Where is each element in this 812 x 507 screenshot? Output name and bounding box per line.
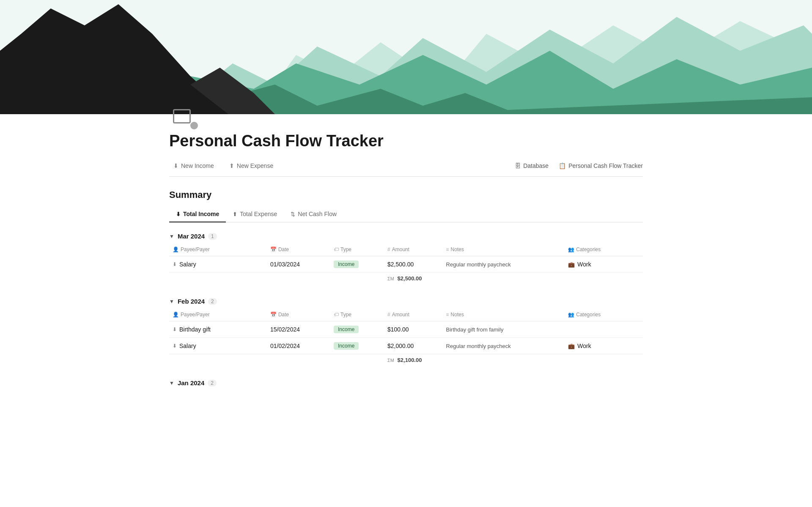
chevron-icon: ▼ [169, 299, 174, 304]
sum-value-cell: ΣM $2,100.00 [384, 354, 443, 366]
th-notes: ≡Notes [443, 244, 565, 256]
page-title: Personal Cash Flow Tracker [169, 132, 643, 150]
month-group: ▼ Jan 2024 2 [169, 379, 643, 386]
table-row[interactable]: ⬇ Salary 01/03/2024 Income $2,500.00 Reg… [169, 256, 643, 273]
calendar-icon: 📅 [270, 312, 277, 318]
chevron-icon: ▼ [169, 233, 174, 239]
categories-icon: 👥 [568, 312, 574, 318]
income-tab-icon: ⬇ [176, 211, 181, 217]
svg-marker-4 [0, 4, 233, 114]
th-categories: 👥Categories [565, 309, 643, 321]
sum-empty-cell [443, 273, 643, 285]
income-table: 👤Payee/Payer 📅Date 🏷Type #Amount ≡Notes [169, 244, 643, 284]
sum-row: ΣM $2,100.00 [169, 354, 643, 366]
briefcase-icon: 💼 [568, 343, 575, 349]
th-amount: #Amount [384, 309, 443, 321]
cashflow-tab-icon: ⇅ [291, 211, 295, 217]
toolbar-right: 🗄 Database 📋 Personal Cash Flow Tracker [515, 162, 643, 169]
upload-icon: ⬆ [229, 162, 234, 169]
notes-text: Regular monthly paycheck [446, 261, 511, 268]
hash-icon: # [387, 247, 390, 252]
notes-cell: Regular monthly paycheck [443, 338, 565, 354]
th-payee: 👤Payee/Payer [169, 244, 267, 256]
amount-cell: $100.00 [384, 321, 443, 338]
month-groups: ▼ Mar 2024 1 👤Payee/Payer 📅Date 🏷Type #A… [169, 233, 643, 386]
tab-total-expense[interactable]: ⬆ Total Expense [226, 207, 284, 222]
tab-net-cash-flow[interactable]: ⇅ Net Cash Flow [284, 207, 343, 222]
briefcase-icon: 💼 [568, 261, 575, 268]
sum-row: ΣM $2,500.00 [169, 273, 643, 285]
notes-cell: Birthday gift from family [443, 321, 565, 338]
payee-cell: ⬇ Birthday gift [169, 321, 267, 338]
calendar-icon: 📅 [270, 247, 277, 252]
chevron-icon: ▼ [169, 380, 174, 386]
tag-icon: 🏷 [334, 247, 339, 252]
month-group: ▼ Feb 2024 2 👤Payee/Payer 📅Date 🏷Type #A… [169, 298, 643, 366]
summary-tabs: ⬇ Total Income ⬆ Total Expense ⇅ Net Cas… [169, 207, 643, 222]
th-categories: 👥Categories [565, 244, 643, 256]
new-income-button[interactable]: ⬇ New Income [169, 160, 218, 171]
download-icon: ⬇ [173, 162, 178, 169]
hero-banner [0, 0, 812, 114]
type-badge: Income [334, 260, 359, 268]
payee-name: Birthday gift [179, 326, 211, 333]
amount-cell: $2,000.00 [384, 338, 443, 354]
type-cell: Income [330, 338, 384, 354]
hash-icon: # [387, 312, 390, 318]
row-count-badge: 2 [208, 298, 217, 305]
sum-label: ΣM [387, 276, 394, 281]
notes-icon: ≡ [446, 312, 449, 318]
date-cell: 15/02/2024 [267, 321, 330, 338]
notes-cell: Regular monthly paycheck [443, 256, 565, 273]
new-expense-button[interactable]: ⬆ New Expense [225, 160, 277, 171]
month-label: Feb 2024 [178, 298, 205, 305]
toolbar-left: ⬇ New Income ⬆ New Expense [169, 160, 515, 171]
sum-empty-cell [443, 354, 643, 366]
sum-label-cell [169, 273, 384, 285]
summary-title: Summary [169, 189, 643, 200]
category-name: Work [577, 343, 591, 349]
person-icon: 👤 [173, 312, 179, 318]
tracker-link[interactable]: 📋 Personal Cash Flow Tracker [559, 162, 643, 169]
payee-icon: ⬇ [173, 343, 177, 349]
month-label: Mar 2024 [178, 233, 205, 240]
tab-total-income[interactable]: ⬇ Total Income [169, 207, 226, 222]
sum-amount: $2,100.00 [398, 357, 422, 363]
tracker-icon: 📋 [559, 162, 566, 169]
category-name: Work [577, 261, 591, 268]
month-header[interactable]: ▼ Jan 2024 2 [169, 379, 643, 386]
payee-icon: ⬇ [173, 326, 177, 332]
month-header[interactable]: ▼ Feb 2024 2 [169, 298, 643, 305]
sum-label-cell [169, 354, 384, 366]
th-type: 🏷Type [330, 309, 384, 321]
th-payee: 👤Payee/Payer [169, 309, 267, 321]
payee-name: Salary [179, 343, 196, 349]
th-type: 🏷Type [330, 244, 384, 256]
month-header[interactable]: ▼ Mar 2024 1 [169, 233, 643, 240]
payee-cell: ⬇ Salary [169, 256, 267, 273]
type-badge: Income [334, 342, 359, 350]
notes-text: Birthday gift from family [446, 326, 504, 333]
th-date: 📅Date [267, 244, 330, 256]
database-link[interactable]: 🗄 Database [515, 162, 549, 169]
page-icon [169, 106, 643, 127]
date-cell: 01/03/2024 [267, 256, 330, 273]
row-count-badge: 2 [208, 380, 217, 386]
notes-icon: ≡ [446, 247, 449, 252]
categories-icon: 👥 [568, 247, 574, 252]
category-cell: 💼Work [565, 338, 643, 354]
row-count-badge: 1 [208, 233, 217, 240]
database-icon: 🗄 [515, 162, 521, 169]
sum-value-cell: ΣM $2,500.00 [384, 273, 443, 285]
sum-amount: $2,500.00 [398, 275, 422, 282]
table-row[interactable]: ⬇ Salary 01/02/2024 Income $2,000.00 Reg… [169, 338, 643, 354]
table-row[interactable]: ⬇ Birthday gift 15/02/2024 Income $100.0… [169, 321, 643, 338]
month-label: Jan 2024 [178, 379, 204, 386]
table-header-row: 👤Payee/Payer 📅Date 🏷Type #Amount ≡Notes [169, 244, 643, 256]
table-header-row: 👤Payee/Payer 📅Date 🏷Type #Amount ≡Notes [169, 309, 643, 321]
payee-cell: ⬇ Salary [169, 338, 267, 354]
tag-icon: 🏷 [334, 312, 339, 318]
toolbar: ⬇ New Income ⬆ New Expense 🗄 Database 📋 … [169, 160, 643, 177]
th-date: 📅Date [267, 309, 330, 321]
payee-icon: ⬇ [173, 261, 177, 267]
